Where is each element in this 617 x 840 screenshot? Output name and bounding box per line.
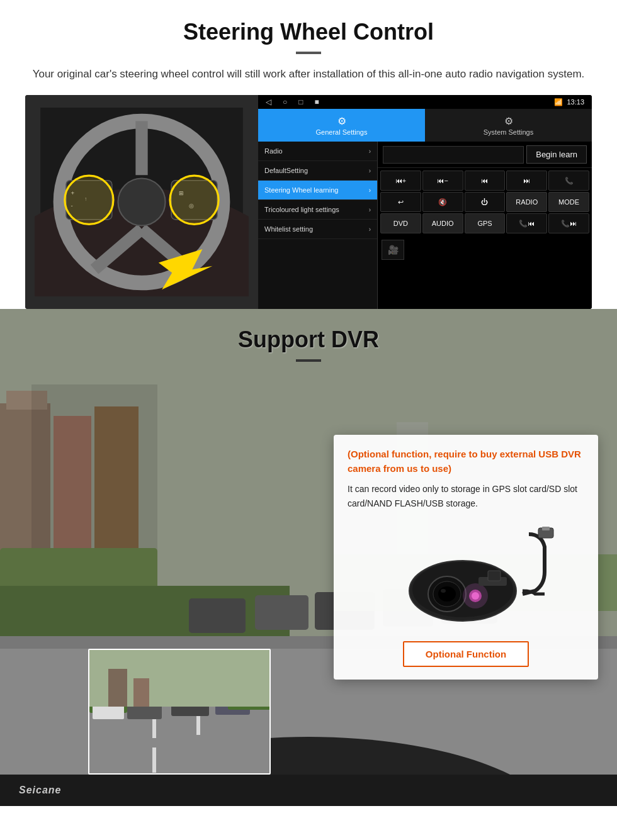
ctrl-mode[interactable]: MODE: [548, 192, 589, 212]
menu-arrow-radio: ›: [369, 148, 371, 155]
svg-point-64: [441, 589, 446, 593]
optional-function-button[interactable]: Optional Function: [403, 641, 529, 667]
svg-point-63: [438, 586, 456, 602]
seicane-watermark: Seicane: [19, 785, 61, 796]
dvr-thumbnail: [88, 649, 271, 775]
ctrl-phone[interactable]: 📞: [548, 171, 589, 191]
dvr-icon-row: 🎥: [378, 236, 592, 264]
ctrl-phone-prev[interactable]: 📞⏮: [506, 213, 547, 233]
steering-section: Steering Wheel Control Your original car…: [0, 0, 617, 309]
svg-point-15: [170, 176, 218, 224]
menu-default-label: DefaultSetting: [264, 167, 308, 174]
dvr-title: Support DVR: [0, 327, 617, 353]
menu-whitelist-label: Whitelist setting: [264, 225, 313, 233]
ctrl-power[interactable]: ⏻: [465, 192, 506, 212]
ctrl-phone-next[interactable]: 📞⏭: [548, 213, 589, 233]
menu-arrow-steering: ›: [369, 187, 371, 194]
svg-point-67: [463, 583, 488, 608]
nav-icons: ◁ ○ □ ■: [266, 98, 319, 106]
ctrl-hangup[interactable]: ↩: [380, 192, 421, 212]
gear-icon-1: ⚙: [337, 115, 346, 127]
ctrl-audio[interactable]: AUDIO: [422, 213, 463, 233]
menu-item-default[interactable]: DefaultSetting ›: [258, 161, 377, 181]
menu-steering-label: Steering Wheel learning: [264, 186, 338, 194]
begin-learn-button[interactable]: Begin learn: [526, 145, 587, 164]
thumbnail-svg: [89, 650, 271, 775]
menu-arrow-default: ›: [369, 167, 371, 174]
learn-input-box: [383, 146, 524, 164]
time-display: 13:13: [567, 98, 584, 106]
svg-rect-32: [189, 598, 246, 633]
title-divider-1: [296, 52, 321, 54]
dvr-camera-illustration: [378, 522, 554, 635]
steering-wheel-svg: + - ↑ ⊞ ◎: [35, 108, 249, 296]
steering-subtitle: Your original car's steering wheel contr…: [25, 65, 592, 82]
svg-point-14: [65, 176, 113, 224]
dvr-title-overlay: Support DVR: [0, 309, 617, 379]
tab-general-settings[interactable]: ⚙ General Settings: [258, 109, 425, 142]
dvr-camera-svg: [378, 522, 554, 635]
info-card-orange-text: (Optional function, require to buy exter…: [348, 447, 584, 476]
menu-nav-icon[interactable]: ■: [315, 98, 319, 106]
back-nav-icon[interactable]: ◁: [266, 98, 271, 106]
tab-system-settings[interactable]: ⚙ System Settings: [425, 109, 592, 142]
android-tabs: ⚙ General Settings ⚙ System Settings: [258, 109, 592, 142]
android-panel: ◁ ○ □ ■ 📶 13:13 ⚙ General Settings ⚙: [258, 95, 592, 309]
steering-title: Steering Wheel Control: [25, 19, 592, 45]
ctrl-radio[interactable]: RADIO: [506, 192, 547, 212]
right-panel: Begin learn ⏮+ ⏮− ⏮ ⏭ 📞 ↩ 🔇 ⏻: [378, 142, 592, 309]
steering-photo: + - ↑ ⊞ ◎: [25, 95, 258, 309]
android-content: Radio › DefaultSetting › Steering Wheel …: [258, 142, 592, 309]
svg-rect-42: [0, 775, 617, 806]
svg-rect-33: [255, 595, 308, 630]
control-grid: ⏮+ ⏮− ⏮ ⏭ 📞 ↩ 🔇 ⏻ RADIO MODE DVD AUDIO: [378, 168, 592, 236]
svg-rect-24: [0, 586, 290, 636]
svg-point-6: [118, 179, 166, 226]
ctrl-next-track[interactable]: ⏭: [506, 171, 547, 191]
home-nav-icon[interactable]: ○: [283, 98, 287, 106]
nav-bar: ◁ ○ □ ■ 📶 13:13: [258, 95, 592, 109]
menu-tricoloured-label: Tricoloured light settings: [264, 206, 339, 213]
tab-system-label: System Settings: [484, 128, 533, 136]
title-divider-2: [296, 359, 321, 362]
menu-column: Radio › DefaultSetting › Steering Wheel …: [258, 142, 378, 309]
svg-rect-69: [488, 571, 501, 581]
menu-arrow-tricoloured: ›: [369, 206, 371, 213]
menu-item-tricoloured[interactable]: Tricoloured light settings ›: [258, 200, 377, 220]
menu-item-radio[interactable]: Radio ›: [258, 142, 377, 161]
signal-icon: 📶: [554, 98, 563, 106]
svg-rect-46: [152, 748, 156, 773]
menu-arrow-whitelist: ›: [369, 226, 371, 233]
thumbnail-inner: [89, 650, 269, 773]
dvr-icon-button[interactable]: 🎥: [382, 240, 404, 260]
menu-item-whitelist[interactable]: Whitelist setting ›: [258, 220, 377, 239]
begin-learn-row: Begin learn: [378, 142, 592, 168]
menu-item-steering[interactable]: Steering Wheel learning ›: [258, 181, 377, 200]
ctrl-mute[interactable]: 🔇: [422, 192, 463, 212]
ctrl-vol-down[interactable]: ⏮−: [422, 171, 463, 191]
svg-rect-56: [133, 678, 149, 707]
svg-rect-55: [108, 669, 127, 707]
dvr-section: Support DVR: [0, 309, 617, 806]
tab-general-label: General Settings: [316, 128, 368, 136]
menu-radio-label: Radio: [264, 147, 283, 155]
ctrl-prev-track[interactable]: ⏮: [465, 171, 506, 191]
ctrl-gps[interactable]: GPS: [465, 213, 506, 233]
ctrl-vol-up[interactable]: ⏮+: [380, 171, 421, 191]
gear-icon-2: ⚙: [504, 115, 513, 127]
svg-rect-58: [542, 527, 550, 530]
recents-nav-icon[interactable]: □: [298, 98, 303, 106]
info-card-body-text: It can record video only to storage in G…: [348, 482, 584, 510]
steering-demo: + - ↑ ⊞ ◎ ◁ ○ □ ■: [25, 95, 592, 309]
status-bar: 📶 13:13: [554, 98, 584, 106]
ctrl-dvd[interactable]: DVD: [380, 213, 421, 233]
info-card: (Optional function, require to buy exter…: [334, 435, 598, 680]
